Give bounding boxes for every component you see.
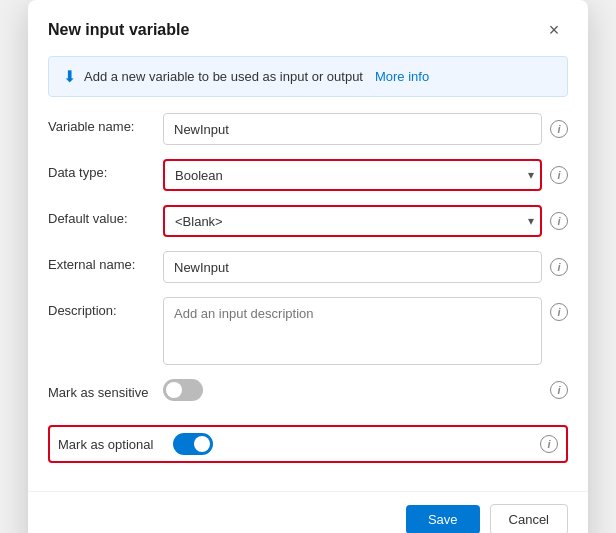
mark-optional-label: Mark as optional — [58, 437, 173, 452]
data-type-control: Boolean String Integer Float DateTime Li… — [163, 159, 568, 191]
data-type-select-wrap: Boolean String Integer Float DateTime Li… — [163, 159, 542, 191]
new-input-variable-dialog: New input variable × ⬇ Add a new variabl… — [28, 0, 588, 533]
description-textarea[interactable] — [163, 297, 542, 365]
default-value-label: Default value: — [48, 205, 163, 226]
data-type-info-icon: i — [550, 166, 568, 184]
mark-sensitive-toggle[interactable] — [163, 379, 203, 401]
mark-sensitive-control: i — [163, 379, 568, 401]
external-name-control: i — [163, 251, 568, 283]
mark-sensitive-row: Mark as sensitive i — [48, 379, 568, 411]
dialog-footer: Save Cancel — [28, 491, 588, 533]
variable-name-label: Variable name: — [48, 113, 163, 134]
default-value-control: <Blank> True False ▾ i — [163, 205, 568, 237]
banner-text: Add a new variable to be used as input o… — [84, 69, 363, 84]
mark-optional-toggle[interactable] — [173, 433, 213, 455]
data-type-row: Data type: Boolean String Integer Float … — [48, 159, 568, 191]
mark-sensitive-info-icon: i — [550, 381, 568, 399]
mark-sensitive-label: Mark as sensitive — [48, 379, 163, 400]
cancel-button[interactable]: Cancel — [490, 504, 568, 533]
download-icon: ⬇ — [63, 67, 76, 86]
form-body: Variable name: i Data type: Boolean Stri… — [28, 113, 588, 487]
variable-name-input[interactable] — [163, 113, 542, 145]
data-type-label: Data type: — [48, 159, 163, 180]
description-row: Description: i — [48, 297, 568, 365]
default-value-select[interactable]: <Blank> True False — [163, 205, 542, 237]
default-value-info-icon: i — [550, 212, 568, 230]
external-name-info-icon: i — [550, 258, 568, 276]
description-info-icon: i — [550, 303, 568, 321]
dialog-title: New input variable — [48, 21, 189, 39]
external-name-row: External name: i — [48, 251, 568, 283]
mark-optional-control: i — [173, 433, 558, 455]
external-name-input[interactable] — [163, 251, 542, 283]
default-value-row: Default value: <Blank> True False ▾ i — [48, 205, 568, 237]
data-type-select[interactable]: Boolean String Integer Float DateTime Li… — [163, 159, 542, 191]
more-info-link[interactable]: More info — [375, 69, 429, 84]
external-name-label: External name: — [48, 251, 163, 272]
mark-sensitive-slider — [163, 379, 203, 401]
description-control: i — [163, 297, 568, 365]
info-banner: ⬇ Add a new variable to be used as input… — [48, 56, 568, 97]
variable-name-row: Variable name: i — [48, 113, 568, 145]
save-button[interactable]: Save — [406, 505, 480, 533]
mark-optional-info-icon: i — [540, 435, 558, 453]
variable-name-info-icon: i — [550, 120, 568, 138]
dialog-header: New input variable × — [28, 0, 588, 56]
description-label: Description: — [48, 297, 163, 318]
default-value-select-wrap: <Blank> True False ▾ — [163, 205, 542, 237]
variable-name-control: i — [163, 113, 568, 145]
close-button[interactable]: × — [540, 16, 568, 44]
mark-optional-highlighted-row: Mark as optional i — [48, 425, 568, 463]
mark-optional-slider — [173, 433, 213, 455]
